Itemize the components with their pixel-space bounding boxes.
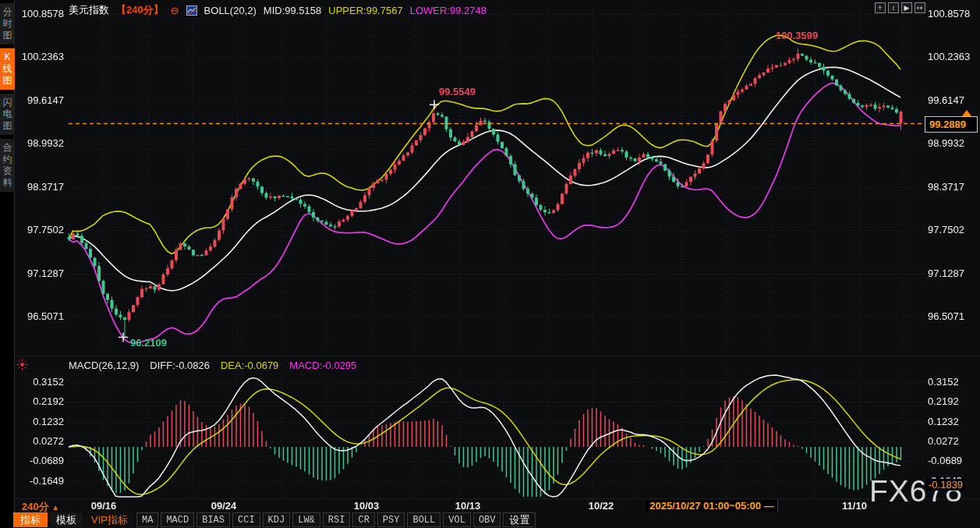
indicator-chart-icon (186, 5, 197, 16)
toolbar-tab-vip-indicator[interactable]: VIP指标 (85, 512, 134, 527)
collapse-icon[interactable]: ⊖ (171, 5, 179, 16)
chart-header: 美元指数 【240分】 ⊖ BOLL(20,2) MID:99.5158 UPP… (69, 3, 486, 17)
boll-upper-value: UPPER:99.7567 (328, 5, 402, 16)
macd-dea-value: DEA:-0.0679 (221, 360, 278, 371)
toolbar-tab-ma[interactable]: MA (136, 512, 158, 527)
symbol-title: 美元指数 (69, 3, 109, 17)
indicator-toolbar: 指标模板VIP指标MAMACDBIASCCIKDJLW&RSICRPSYBOLL… (13, 512, 536, 527)
boll-indicator-label: BOLL(20,2) (204, 5, 256, 16)
toolbar-tab-kdj[interactable]: KDJ (263, 512, 291, 527)
toolbar-tab-vol[interactable]: VOL (443, 512, 471, 527)
toolbar-tab-rsi[interactable]: RSI (323, 512, 351, 527)
toolbar-tab-template[interactable]: 模板 (50, 512, 83, 527)
x-axis-label: 11/10 (842, 500, 867, 512)
toolbar-tab-macd[interactable]: MACD (161, 512, 194, 527)
x-axis-label: 10/22 (589, 500, 614, 512)
pane-marker-icon[interactable] (16, 359, 28, 374)
dock-right-icon[interactable]: ↦ (915, 2, 925, 13)
x-axis-label: 09/24 (211, 500, 237, 512)
timeframe-label: 【240分】 (116, 3, 164, 17)
window-control-icons: +↕▶↦ (875, 2, 925, 13)
toolbar-tab-cci[interactable]: CCI (232, 512, 260, 527)
boll-lower-value: LOWER:99.2748 (410, 5, 486, 16)
crosshair-date-label: 2025/10/27 01:00~05:00 — (646, 500, 777, 512)
toolbar-tab-bias[interactable]: BIAS (196, 512, 230, 527)
boll-mid-value: MID:99.5158 (264, 5, 321, 16)
toolbar-tab-indicator[interactable]: 指标 (13, 512, 48, 527)
macd-macd-value: MACD:-0.0295 (289, 360, 356, 371)
pan-icon[interactable]: + (875, 2, 886, 13)
chart-canvas[interactable] (0, 0, 980, 528)
macd-header: MACD(26,12,9) DIFF:-0.0826 DEA:-0.0679 M… (69, 360, 356, 371)
x-axis-row: 240分 ▲ 09/1609/2410/0310/1310/222025/10/… (0, 499, 980, 512)
toolbar-tab-settings[interactable]: 设置 (503, 512, 536, 527)
sidebar-item-flash-chart[interactable]: 闪电图 (0, 94, 15, 135)
x-axis-label: 10/03 (354, 500, 380, 512)
left-sidebar: 分时图K线图闪电图合约资料 (0, 0, 15, 528)
auto-scroll-icon[interactable]: ▶ (901, 2, 912, 13)
toolbar-tab-cr[interactable]: CR (352, 512, 374, 527)
toolbar-tab-psy[interactable]: PSY (377, 512, 405, 527)
x-axis-label: 10/13 (455, 500, 481, 512)
toolbar-tab-obv[interactable]: OBV (473, 512, 501, 527)
sidebar-item-contract-info[interactable]: 合约资料 (0, 139, 15, 192)
fit-vertical-icon[interactable]: ↕ (888, 2, 899, 13)
toolbar-tab-lw[interactable]: LW& (292, 512, 320, 527)
timeframe-up-arrow-icon: ▲ (51, 503, 59, 512)
macd-diff-value: DIFF:-0.0826 (150, 360, 210, 371)
macd-indicator-label: MACD(26,12,9) (69, 360, 139, 371)
sidebar-item-kline-chart[interactable]: K线图 (0, 48, 15, 90)
toolbar-tab-boll[interactable]: BOLL (407, 512, 440, 527)
price-marker-arrow-icon (962, 110, 971, 116)
current-price-label: 99.2889 (925, 116, 978, 133)
x-axis-label: 09/16 (91, 500, 117, 512)
sidebar-item-time-chart[interactable]: 分时图 (0, 3, 15, 44)
